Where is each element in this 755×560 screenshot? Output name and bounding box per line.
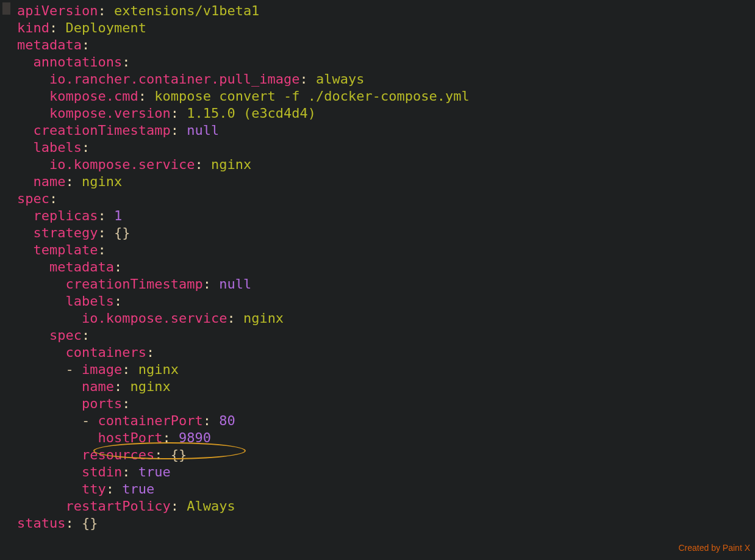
- yaml-key: image: [82, 362, 122, 377]
- code-line: spec:: [17, 327, 755, 344]
- yaml-value: nginx: [211, 157, 251, 172]
- code-line: creationTimestamp: null: [17, 122, 755, 139]
- yaml-key: tty: [82, 481, 106, 497]
- code-line: apiVersion: extensions/v1beta1: [17, 2, 755, 20]
- code-line: - containerPort: 80: [17, 412, 755, 429]
- code-line: stdin: true: [17, 464, 755, 481]
- code-line: kompose.version: 1.15.0 (e3cd4d4): [17, 105, 755, 122]
- code-line: labels:: [17, 293, 755, 310]
- yaml-value: {}: [114, 225, 131, 240]
- yaml-value: nginx: [138, 362, 179, 377]
- code-line: containers:: [17, 344, 755, 361]
- code-line: spec:: [17, 190, 755, 207]
- yaml-value: nginx: [243, 311, 284, 326]
- editor-code-area[interactable]: apiVersion: extensions/v1beta1 kind: Dep…: [0, 2, 755, 532]
- yaml-key: labels: [34, 140, 82, 155]
- yaml-key: ports: [82, 396, 122, 411]
- yaml-value: extensions/v1beta1: [114, 3, 259, 18]
- yaml-value: Always: [187, 498, 235, 514]
- yaml-value: nginx: [82, 174, 122, 189]
- code-line: name: nginx: [17, 173, 755, 190]
- yaml-key: status: [17, 515, 65, 531]
- yaml-key: io.kompose.service: [82, 311, 227, 326]
- yaml-value: {}: [171, 447, 187, 462]
- yaml-key: hostPort: [98, 430, 162, 445]
- yaml-key: replicas: [34, 208, 98, 223]
- yaml-key: kompose.cmd: [49, 88, 138, 104]
- yaml-key: strategy: [34, 225, 98, 240]
- watermark-text: Created by Paint X: [678, 539, 750, 556]
- yaml-key: apiVersion: [17, 3, 98, 18]
- yaml-key: spec: [17, 191, 49, 206]
- yaml-value: true: [122, 481, 154, 497]
- code-line: kompose.cmd: kompose convert -f ./docker…: [17, 88, 755, 105]
- yaml-value: {}: [82, 515, 98, 531]
- yaml-key: containerPort: [98, 413, 202, 428]
- yaml-value: null: [219, 276, 251, 292]
- code-line: labels:: [17, 139, 755, 156]
- yaml-key: name: [82, 379, 114, 394]
- yaml-key: template: [34, 242, 98, 257]
- yaml-key: metadata: [49, 259, 114, 275]
- code-line: resources: {}: [17, 447, 755, 464]
- yaml-key: io.rancher.container.pull_image: [49, 71, 300, 87]
- yaml-value: nginx: [130, 379, 170, 394]
- code-line: io.kompose.service: nginx: [17, 310, 755, 327]
- yaml-key: name: [34, 174, 66, 189]
- code-line: io.kompose.service: nginx: [17, 156, 755, 173]
- code-line: replicas: 1: [17, 207, 755, 224]
- code-line: metadata:: [17, 259, 755, 276]
- yaml-value: true: [138, 464, 171, 479]
- code-line: - image: nginx: [17, 361, 755, 378]
- yaml-value: null: [187, 123, 219, 138]
- code-line: template:: [17, 242, 755, 259]
- yaml-key: annotations: [34, 54, 123, 70]
- code-line: tty: true: [17, 481, 755, 498]
- yaml-value: always: [316, 71, 364, 87]
- code-line: restartPolicy: Always: [17, 498, 755, 515]
- yaml-key: containers: [65, 345, 146, 360]
- yaml-key: io.kompose.service: [49, 157, 195, 172]
- code-line: name: nginx: [17, 378, 755, 395]
- code-line: metadata:: [17, 37, 755, 54]
- code-line: hostPort: 9890: [17, 429, 755, 447]
- yaml-key: creationTimestamp: [65, 276, 202, 292]
- yaml-key: kompose.version: [49, 106, 171, 121]
- code-line: annotations:: [17, 54, 755, 71]
- yaml-value: 9890: [179, 430, 211, 445]
- yaml-key: kind: [17, 20, 49, 35]
- yaml-value: 1: [114, 208, 122, 223]
- code-line: io.rancher.container.pull_image: always: [17, 71, 755, 88]
- code-line: ports:: [17, 395, 755, 412]
- yaml-value: kompose convert -f ./docker-compose.yml: [154, 88, 470, 104]
- yaml-key: spec: [49, 328, 82, 343]
- yaml-key: resources: [82, 447, 154, 462]
- code-line: kind: Deployment: [17, 20, 755, 37]
- code-line: strategy: {}: [17, 224, 755, 242]
- yaml-key: labels: [65, 293, 113, 309]
- code-line: status: {}: [17, 515, 755, 532]
- yaml-value: 80: [219, 413, 235, 428]
- yaml-key: restartPolicy: [65, 498, 170, 514]
- yaml-key: creationTimestamp: [34, 123, 171, 138]
- yaml-key: metadata: [17, 37, 82, 52]
- yaml-value: Deployment: [65, 20, 146, 35]
- yaml-key: stdin: [82, 464, 122, 479]
- code-line: creationTimestamp: null: [17, 276, 755, 293]
- yaml-value: 1.15.0 (e3cd4d4): [187, 106, 316, 121]
